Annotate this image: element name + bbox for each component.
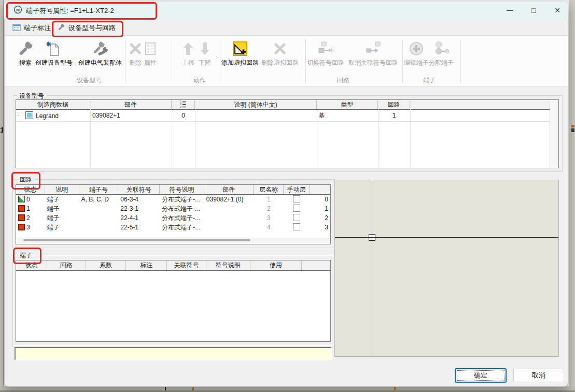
column-header-blank xyxy=(410,100,551,109)
symbol-desc-cell: 分布式端子-... xyxy=(160,223,204,232)
column-header[interactable]: 类型 xyxy=(317,100,378,109)
create-device-type-button[interactable]: 创建设备型号 xyxy=(30,38,78,78)
column-header[interactable]: 状态 xyxy=(16,185,45,194)
manual-layer-checkbox[interactable] xyxy=(293,195,300,202)
column-header[interactable]: 系数 xyxy=(86,260,127,270)
desc-cell: 端子 xyxy=(45,205,79,213)
column-header[interactable]: 关联符号 xyxy=(167,260,206,270)
symbol-desc-cell: 分布式端子-... xyxy=(160,205,204,213)
column-header[interactable]: 说明 (简体中文) xyxy=(195,100,317,109)
tab-label: 端子标注 xyxy=(24,23,51,33)
num-cell: 3 xyxy=(310,224,330,231)
status-red-icon xyxy=(18,205,25,212)
edit-terminal-button: 编辑端子 xyxy=(404,38,429,78)
background-artifact xyxy=(571,128,574,132)
column-header[interactable]: 符号说明 xyxy=(160,185,204,194)
column-header[interactable]: 关联符号 xyxy=(118,185,160,194)
device-type-table: 制造商数据 部件 123 说明 (简体中文) 类型 回路 Legrand 039… xyxy=(16,99,559,168)
manual-layer-checkbox[interactable] xyxy=(293,223,300,230)
column-header[interactable]: 层名称 xyxy=(254,185,284,194)
column-header[interactable]: 使用 xyxy=(250,260,302,270)
gridline xyxy=(90,100,91,168)
horizontal-scrollbar[interactable] xyxy=(17,238,329,243)
manual-layer-checkbox[interactable] xyxy=(293,214,300,221)
column-header[interactable]: 回路 xyxy=(378,100,410,109)
num-cell: 0 xyxy=(310,196,330,203)
scrollbar-thumb[interactable] xyxy=(23,239,250,241)
device-table-row[interactable]: Legrand 039082+1 0 基 1 xyxy=(16,110,558,121)
layer-cell: 4 xyxy=(254,224,284,231)
vertical-scrollbar[interactable] xyxy=(550,100,558,168)
gridline xyxy=(378,100,378,168)
column-header-numbered-list[interactable]: 123 xyxy=(172,100,195,109)
move-down-button: 下降 xyxy=(197,38,213,78)
column-header[interactable]: 标注 xyxy=(126,260,167,270)
column-header-blank xyxy=(310,185,330,194)
terminals-cell: A, B, C, D xyxy=(79,196,119,203)
column-header[interactable]: 部件 xyxy=(204,185,254,194)
num-cell: 1 xyxy=(310,205,330,212)
ok-button[interactable]: 确定 xyxy=(455,369,506,382)
column-header[interactable]: 端子号 xyxy=(79,185,119,194)
message-field xyxy=(15,347,332,360)
column-header[interactable]: 部件 xyxy=(90,100,172,109)
create-electrical-assembly-button[interactable]: 创建电气装配体 xyxy=(76,38,124,78)
move-up-button: 上移 xyxy=(180,38,197,78)
delete-x-icon xyxy=(272,40,288,57)
up-arrow-icon xyxy=(180,40,197,57)
gridline xyxy=(317,100,317,168)
terminal-section-title: 端子 xyxy=(18,251,34,260)
layer-cell: 1 xyxy=(254,196,284,203)
gridline xyxy=(195,100,195,168)
column-header[interactable]: 手动层 xyxy=(284,185,310,194)
maximize-button[interactable]: □ xyxy=(522,2,545,19)
status-red-icon xyxy=(18,214,25,221)
toolbar-separator xyxy=(460,39,461,83)
wrench-icon xyxy=(57,23,65,33)
status-cell: 2 xyxy=(16,214,45,222)
symbol-preview-canvas[interactable] xyxy=(334,180,559,357)
circle-plus-icon xyxy=(408,40,425,57)
tab-label: 设备型号与回路 xyxy=(68,23,116,33)
status-cell: 3 xyxy=(16,224,45,231)
column-header[interactable]: 制造商数据 xyxy=(16,100,90,109)
minimize-button[interactable]: — xyxy=(498,2,522,19)
part-node-icon[interactable] xyxy=(25,111,33,119)
terminal-table-header-row: 状态 回路 系数 标注 关联符号 符号说明 使用 xyxy=(16,260,330,271)
circuit-table: 状态 说明 端子号 关联符号 符号说明 部件 层名称 手动层 0 端子 A, B… xyxy=(16,184,331,244)
circuit-row[interactable]: 3 端子 22-5-1 分布式端子-... 4 3 xyxy=(16,223,330,232)
app-logo-icon: M xyxy=(13,5,22,14)
ribbon-group-label: 设备型号 xyxy=(58,76,120,83)
window-title: 端子符号属性: =F1+L1-XT2-2 xyxy=(26,6,114,16)
desc-cell: 端子 xyxy=(45,223,79,232)
part-cell: 039082+1 (0) xyxy=(204,196,254,203)
close-button[interactable]: ✕ xyxy=(545,2,569,19)
tab-device-type-and-circuit[interactable]: 设备型号与回路 xyxy=(57,22,116,34)
ribbon-group-label: 动作 xyxy=(179,76,220,83)
circuit-row[interactable]: 2 端子 22-4-1 分布式端子-... 3 2 xyxy=(16,213,330,223)
gridline xyxy=(410,100,411,168)
column-header[interactable]: 符号说明 xyxy=(206,260,250,270)
circuit-row[interactable]: 1 端子 22-3-1 分布式端子-... 2 1 xyxy=(16,204,330,213)
column-header-blank xyxy=(302,260,330,270)
add-virtual-circuit-button[interactable]: 添加虚拟回路 xyxy=(220,38,260,78)
background-text-fragment: 1 xyxy=(0,125,3,136)
column-header[interactable]: 状态 xyxy=(16,260,47,270)
circuit-table-header-row: 状态 说明 端子号 关联符号 符号说明 部件 层名称 手动层 xyxy=(16,185,330,195)
desc-cell: 端子 xyxy=(45,195,79,204)
circuit-row[interactable]: 0 端子 A, B, C, D 06-3-4 分布式端子-... 039082+… xyxy=(16,195,330,204)
tab-terminal-annotation[interactable]: 端子标注 xyxy=(12,22,51,34)
background-artifact xyxy=(571,125,574,127)
svg-text:M: M xyxy=(16,8,20,12)
terminal-symbol-glyph xyxy=(369,234,375,241)
column-header[interactable]: 说明 xyxy=(45,185,79,194)
column-header[interactable]: 回路 xyxy=(47,260,86,270)
status-cell: 1 xyxy=(16,205,45,212)
desktop-right-strip xyxy=(569,0,575,392)
cancel-button[interactable]: 取消 xyxy=(513,369,564,382)
status-red-icon xyxy=(18,224,25,230)
status-cell: 0 xyxy=(16,196,45,203)
type-cell: 基 xyxy=(317,111,378,120)
symbol-desc-cell: 分布式端子-... xyxy=(160,214,204,223)
manual-layer-checkbox[interactable] xyxy=(293,205,300,212)
